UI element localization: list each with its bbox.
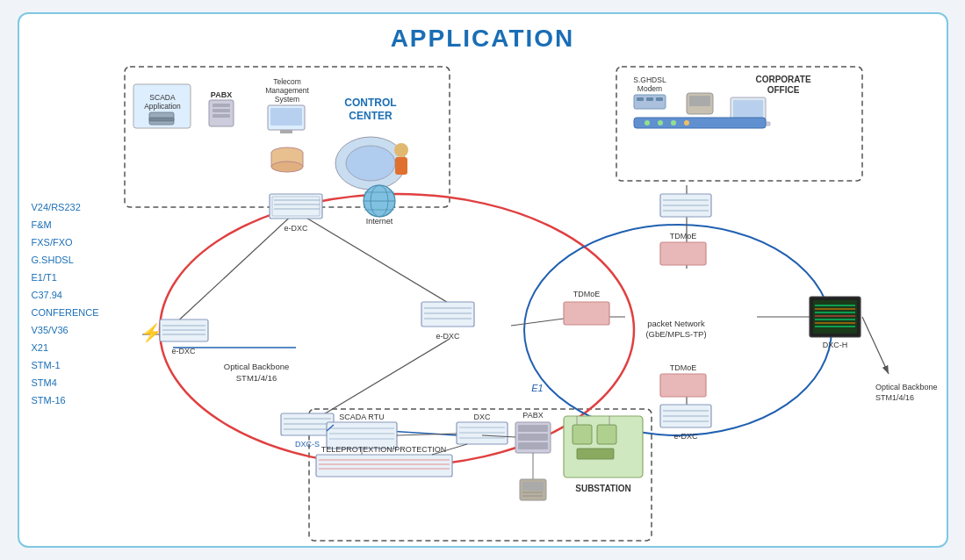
svg-rect-64	[634, 118, 766, 128]
svg-point-36	[271, 162, 303, 172]
svg-rect-99	[660, 374, 706, 397]
svg-rect-27	[212, 114, 230, 118]
svg-text:STM1/4/16: STM1/4/16	[235, 373, 276, 383]
svg-text:Optical Backbone: Optical Backbone	[223, 362, 288, 371]
svg-point-65	[645, 120, 650, 126]
svg-line-6	[173, 212, 296, 326]
svg-point-66	[658, 120, 663, 126]
svg-text:PABX: PABX	[522, 411, 543, 420]
svg-rect-146	[597, 425, 616, 444]
svg-text:e-DXC: e-DXC	[673, 432, 698, 441]
svg-rect-62	[733, 100, 763, 118]
svg-text:DXC-S: DXC-S	[294, 440, 319, 449]
svg-rect-60	[689, 96, 710, 106]
svg-point-67	[671, 120, 676, 126]
svg-rect-86	[564, 302, 609, 325]
svg-line-7	[318, 339, 450, 418]
svg-rect-22	[149, 118, 174, 121]
app-title: APPLICATION	[19, 14, 947, 53]
svg-rect-119	[281, 413, 334, 435]
svg-rect-141	[518, 434, 548, 441]
svg-rect-147	[577, 449, 614, 459]
svg-rect-56	[637, 97, 644, 101]
svg-text:e-DXC: e-DXC	[436, 332, 460, 341]
svg-text:e-DXC: e-DXC	[171, 347, 196, 355]
svg-text:Telecom: Telecom	[273, 77, 301, 86]
svg-rect-92	[660, 242, 706, 265]
svg-text:packet Network: packet Network	[647, 319, 705, 328]
svg-text:Internet: Internet	[365, 217, 392, 226]
svg-text:(GbE/MPLS-TP): (GbE/MPLS-TP)	[645, 329, 706, 339]
svg-text:SUBSTATION: SUBSTATION	[575, 484, 631, 493]
svg-text:Modem: Modem	[637, 84, 661, 93]
svg-rect-26	[212, 109, 230, 112]
svg-rect-32	[270, 108, 302, 126]
svg-text:CONTROL: CONTROL	[344, 97, 396, 109]
svg-text:CENTER: CENTER	[349, 110, 392, 122]
svg-rect-57	[646, 97, 653, 101]
svg-text:TDMoE: TDMoE	[669, 232, 696, 241]
svg-rect-142	[518, 442, 548, 449]
svg-text:Application: Application	[144, 102, 181, 111]
svg-text:PABX: PABX	[210, 90, 231, 99]
svg-text:CORPORATE: CORPORATE	[755, 75, 810, 84]
svg-text:System: System	[274, 95, 299, 104]
svg-rect-44	[395, 157, 407, 175]
svg-point-68	[684, 120, 689, 126]
svg-text:TDMoE: TDMoE	[573, 290, 600, 298]
svg-rect-129	[316, 455, 452, 477]
svg-text:DXC-H: DXC-H	[822, 341, 847, 349]
svg-rect-58	[656, 97, 663, 101]
main-card: APPLICATION V24/RS232 F&M FXS/FXO G.SHDS…	[18, 12, 948, 548]
svg-text:SCADA RTU: SCADA RTU	[339, 413, 384, 421]
svg-point-43	[394, 143, 408, 157]
svg-text:SCADA: SCADA	[149, 93, 176, 102]
network-diagram: SCADA Application PABX Telecom Managemen…	[19, 58, 948, 548]
svg-point-42	[346, 146, 395, 181]
svg-text:TELEPROTEXTION/PROTECTION: TELEPROTEXTION/PROTECTION	[320, 445, 446, 454]
svg-rect-25	[212, 104, 230, 107]
svg-text:TDMoE: TDMoE	[669, 363, 696, 372]
svg-text:E1: E1	[531, 383, 543, 393]
svg-text:⚡: ⚡	[140, 322, 162, 343]
svg-rect-33	[280, 130, 292, 133]
svg-rect-145	[573, 425, 592, 444]
svg-text:e-DXC: e-DXC	[284, 224, 308, 233]
svg-rect-75	[160, 319, 208, 341]
svg-line-111	[862, 317, 889, 374]
svg-rect-140	[518, 425, 548, 432]
svg-text:S.GHDSL: S.GHDSL	[633, 75, 666, 84]
svg-rect-81	[421, 302, 474, 327]
svg-rect-55	[634, 95, 666, 109]
svg-text:OFFICE: OFFICE	[767, 85, 799, 95]
svg-rect-134	[457, 422, 508, 444]
svg-text:STM1/4/16: STM1/4/16	[875, 393, 914, 402]
svg-text:Management: Management	[265, 86, 309, 95]
svg-text:DXC: DXC	[473, 413, 491, 421]
svg-rect-157	[522, 482, 544, 491]
svg-rect-69	[270, 194, 322, 219]
svg-text:Optical Backbone: Optical Backbone	[875, 383, 938, 391]
